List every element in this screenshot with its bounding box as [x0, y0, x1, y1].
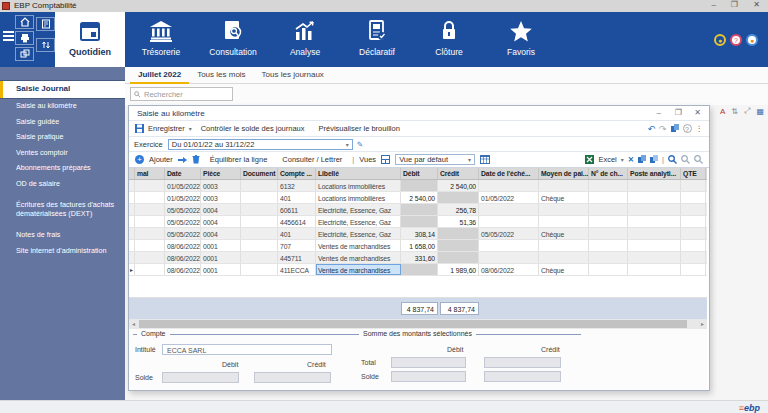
grid-cell-echeance[interactable]: 01/05/2022	[479, 192, 539, 203]
copy-icon[interactable]	[671, 124, 679, 133]
grid-cell-piece[interactable]: 0004	[201, 204, 241, 215]
grid-cell-moyen[interactable]: Chèque	[539, 192, 589, 203]
refresh-icon[interactable]: ⇅	[731, 107, 738, 116]
grid-cell-journal[interactable]	[135, 252, 165, 263]
scrollbar-thumb[interactable]	[139, 320, 687, 328]
balance-line-button[interactable]: Équilibrer la ligne	[205, 155, 273, 164]
ribbon-tab-analyse[interactable]: Analyse	[269, 12, 341, 67]
grid-cell-date[interactable]: 05/05/2022	[165, 204, 201, 215]
grid-cell-piece[interactable]: 0004	[201, 216, 241, 227]
grid-cell-compte[interactable]: 445711	[278, 252, 316, 263]
sidebar-item[interactable]: Site internet d'administration	[0, 243, 125, 259]
grid-cell-date[interactable]: 01/05/2022	[165, 192, 201, 203]
grid-cell-journal[interactable]	[135, 192, 165, 203]
home-button[interactable]	[15, 15, 34, 29]
cut-icon[interactable]: ✕	[628, 155, 634, 164]
search-grid-icon[interactable]	[668, 155, 677, 164]
grid-cell-moyen[interactable]	[539, 216, 589, 227]
sidebar-item[interactable]: Saisie Journal	[0, 80, 125, 99]
grid-cell-poste[interactable]	[628, 240, 681, 251]
grid-cell-echeance[interactable]	[479, 204, 539, 215]
help-icon[interactable]: ?	[730, 34, 742, 46]
grid-cell-compte[interactable]: 6132	[278, 180, 316, 191]
scroll-right-icon[interactable]: ▸	[698, 320, 707, 327]
grid-cell-qte[interactable]	[681, 240, 706, 251]
grid-row[interactable]: 08/06/20220001707Ventes de marchandises1…	[129, 240, 707, 252]
grid-cell-libelle[interactable]: Electricité, Essence, Gaz	[316, 216, 401, 227]
sidebar-item[interactable]: Ventes comptoir	[0, 145, 125, 161]
calendar-grid-icon[interactable]	[480, 155, 490, 164]
grid-header-cell[interactable]: Crédit	[438, 168, 479, 179]
paste-icon[interactable]	[650, 155, 658, 164]
ribbon-tab-clôture[interactable]: Clôture	[413, 12, 485, 67]
grid-cell-cheque[interactable]	[589, 252, 628, 263]
grid-cell-journal[interactable]	[135, 264, 165, 275]
grid-row[interactable]: 08/06/20220001445711Ventes de marchandis…	[129, 252, 707, 264]
grid-cell-echeance[interactable]	[479, 252, 539, 263]
grid-cell-libelle[interactable]: Locations immobilières	[316, 180, 401, 191]
sort-button[interactable]	[36, 38, 55, 52]
grid-cell-libelle[interactable]: Electricité, Essence, Gaz	[316, 204, 401, 215]
grid-cell-credit[interactable]: 1 989,60	[438, 264, 479, 275]
dialog-minimize-button[interactable]: –	[657, 108, 661, 117]
grid-cell-date[interactable]: 08/06/2022	[165, 264, 201, 275]
grid-cell-qte[interactable]	[681, 192, 706, 203]
view-tab[interactable]: Tous les journaux	[254, 67, 332, 84]
grid-cell-compte[interactable]: 60611	[278, 204, 316, 215]
scroll-left-icon[interactable]: ◂	[129, 320, 138, 327]
grid-cell-compte[interactable]: 401	[278, 192, 316, 203]
grid-header-cell[interactable]: Débit	[401, 168, 438, 179]
grid-header-cell[interactable]: Libellé	[316, 168, 401, 179]
grid-cell-piece[interactable]: 0001	[201, 252, 241, 263]
grid-cell-credit[interactable]: 51,36	[438, 216, 479, 227]
grid-cell-cheque[interactable]	[589, 180, 628, 191]
grid-cell-journal[interactable]	[135, 204, 165, 215]
grid-cell-journal[interactable]	[135, 228, 165, 239]
grid-cell-document[interactable]	[241, 252, 278, 263]
grid-cell-debit[interactable]	[401, 264, 438, 275]
grid-cell-qte[interactable]	[681, 264, 706, 275]
grid-row[interactable]: ▸08/06/20220001411ECCAVentes de marchand…	[129, 264, 707, 276]
save-button[interactable]: Enregistrer	[148, 124, 185, 133]
control-solde-button[interactable]: Contrôler le solde des journaux	[196, 124, 310, 133]
grid-cell-poste[interactable]	[628, 204, 681, 215]
grid-row[interactable]: 05/05/202200044456614Electricité, Essenc…	[129, 216, 707, 228]
grid-cell-credit[interactable]	[438, 228, 479, 239]
grid-cell-document[interactable]	[241, 228, 278, 239]
grid-cell-poste[interactable]	[628, 216, 681, 227]
grid-cell-credit[interactable]	[438, 252, 479, 263]
grid-cell-poste[interactable]	[628, 180, 681, 191]
grid-cell-document[interactable]	[241, 216, 278, 227]
minimize-button[interactable]: –	[712, 0, 716, 9]
grid-cell-credit[interactable]: 256,78	[438, 204, 479, 215]
grid-header-cell[interactable]: mal	[135, 168, 165, 179]
help-circle-icon[interactable]: ?	[683, 124, 692, 133]
grid-cell-poste[interactable]	[628, 192, 681, 203]
grid-cell-date[interactable]: 01/05/2022	[165, 180, 201, 191]
grid-cell-debit[interactable]: 308,14	[401, 228, 438, 239]
grid-cell-echeance[interactable]	[479, 216, 539, 227]
grid-cell-poste[interactable]	[628, 228, 681, 239]
grid-cell-libelle[interactable]: Locations immobilières	[316, 192, 401, 203]
sidebar-item[interactable]: Saisie au kilomètre	[0, 99, 125, 115]
copy-pages-icon[interactable]	[638, 155, 646, 164]
grid-cell-compte[interactable]: 411ECCA	[278, 264, 316, 275]
intitule-field[interactable]: ECCA SARL	[162, 344, 332, 355]
grid-cell-credit[interactable]: 2 540,00	[438, 180, 479, 191]
grid-cell-qte[interactable]	[681, 180, 706, 191]
grid-row[interactable]: 05/05/20220004401Electricité, Essence, G…	[129, 228, 707, 240]
grid-cell-poste[interactable]	[628, 264, 681, 275]
redo-icon[interactable]: ↷	[659, 124, 667, 134]
grid-cell-piece[interactable]: 0004	[201, 228, 241, 239]
sidebar-item[interactable]: Abonnements préparés	[0, 161, 125, 177]
search-input[interactable]: Rechercher	[130, 87, 233, 101]
grid-header-cell[interactable]: Compte ...	[278, 168, 316, 179]
grid-header-cell[interactable]: Date de l'éché...	[479, 168, 539, 179]
grid-cell-debit[interactable]	[401, 216, 438, 227]
grid-cell-piece[interactable]: 0003	[201, 192, 241, 203]
sidebar-item[interactable]: Notes de frais	[0, 228, 125, 244]
grid-cell-credit[interactable]	[438, 240, 479, 251]
print-button[interactable]	[15, 31, 34, 45]
grid-cell-cheque[interactable]	[589, 228, 628, 239]
share-button[interactable]	[15, 47, 34, 61]
